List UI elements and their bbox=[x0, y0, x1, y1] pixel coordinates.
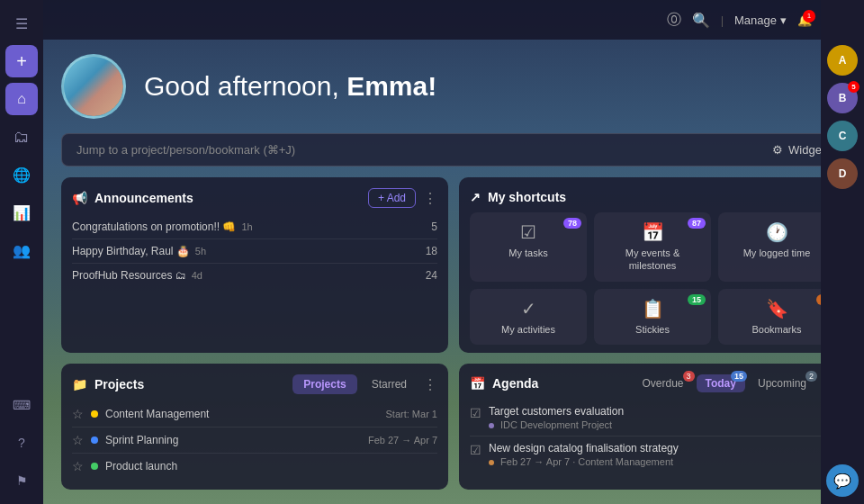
megaphone-icon: 📢 bbox=[72, 191, 87, 205]
tab-upcoming[interactable]: Upcoming 2 bbox=[749, 374, 815, 392]
help-icon[interactable]: ⓪ bbox=[667, 11, 681, 30]
sidebar-menu-icon[interactable]: ☰ bbox=[5, 7, 38, 40]
announcements-more-button[interactable]: ⋮ bbox=[423, 190, 437, 207]
announcements-list: Congratulations on promotion!! 👊 1h 5 Ha… bbox=[72, 215, 437, 287]
sidebar-folder-icon[interactable]: 🗂 bbox=[5, 121, 38, 153]
tab-today[interactable]: Today 15 bbox=[697, 374, 745, 392]
right-avatar-yellow[interactable]: A bbox=[827, 45, 858, 76]
announcement-text-3: ProofHub Resources 🗂 bbox=[72, 269, 186, 282]
dot-3 bbox=[91, 463, 98, 470]
time-label: My logged time bbox=[743, 247, 811, 259]
sidebar-keyboard-icon[interactable]: ⌨ bbox=[5, 389, 38, 421]
events-badge: 87 bbox=[688, 218, 706, 229]
stickies-label: Stickies bbox=[635, 323, 670, 336]
project-row-2[interactable]: ☆ Sprint Planning Feb 27 → Apr 7 bbox=[72, 428, 437, 454]
project-date-1: Start: Mar 1 bbox=[386, 409, 437, 419]
sidebar-chart-icon[interactable]: 📊 bbox=[5, 196, 38, 229]
announcement-time-3: 4d bbox=[192, 270, 202, 281]
sidebar-add-icon[interactable]: + bbox=[5, 45, 38, 77]
dot-2 bbox=[91, 436, 98, 444]
agenda-title: 📅 Agenda bbox=[470, 376, 538, 391]
shortcut-stickies[interactable]: 15 📋 Stickies bbox=[594, 289, 711, 345]
search-bar[interactable]: Jump to a project/person/bookmark (⌘+J) … bbox=[61, 133, 846, 166]
time-icon: 🕐 bbox=[766, 221, 788, 243]
announcement-text-2: Happy Birthday, Raul 🎂 bbox=[72, 245, 190, 257]
dot-1 bbox=[91, 410, 98, 418]
project-name-2: Sprint Planning bbox=[105, 434, 178, 446]
tasks-badge: 78 bbox=[563, 218, 581, 229]
right-avatar-brown[interactable]: D bbox=[827, 158, 858, 189]
search-icon[interactable]: 🔍 bbox=[692, 12, 710, 29]
main-grid: 📢 Announcements + Add ⋮ Congratulations … bbox=[61, 177, 846, 353]
notification-badge: 1 bbox=[803, 10, 815, 22]
shortcut-my-tasks[interactable]: 78 ☑ My tasks bbox=[470, 212, 587, 282]
tab-starred[interactable]: Starred bbox=[361, 374, 418, 394]
sidebar-globe-icon[interactable]: 🌐 bbox=[5, 158, 38, 191]
bottom-grid: 📁 Projects Projects Starred ⋮ ☆ bbox=[61, 364, 846, 490]
projects-more-button[interactable]: ⋮ bbox=[423, 376, 437, 393]
calendar-icon: 📅 bbox=[470, 376, 485, 391]
right-avatars-panel: A B 5 C D 💬 bbox=[821, 0, 864, 504]
upcoming-badge: 2 bbox=[806, 371, 817, 382]
sidebar-flag-icon[interactable]: ⚑ bbox=[5, 464, 38, 497]
overdue-badge: 3 bbox=[683, 371, 695, 382]
agenda-list: ☑ Target customers evaluation IDC Develo… bbox=[470, 400, 835, 472]
search-placeholder: Jump to a project/person/bookmark (⌘+J) bbox=[76, 143, 295, 157]
star-icon-1[interactable]: ☆ bbox=[72, 407, 84, 421]
shortcuts-title: ↗ My shortcuts bbox=[470, 190, 566, 204]
agenda-header: 📅 Agenda Overdue 3 Today 15 bbox=[470, 374, 835, 392]
shortcut-bookmarks[interactable]: 7 🔖 Bookmarks bbox=[718, 289, 835, 345]
projects-title: 📁 Projects bbox=[72, 377, 144, 392]
right-avatar-badge-1: 5 bbox=[848, 81, 860, 93]
projects-list: ☆ Content Management Start: Mar 1 ☆ Spri… bbox=[72, 401, 437, 479]
chat-bubble[interactable]: 💬 bbox=[826, 464, 859, 497]
announcement-item-1[interactable]: Congratulations on promotion!! 👊 1h 5 bbox=[72, 215, 437, 239]
sidebar-help-icon[interactable]: ? bbox=[5, 427, 38, 459]
announcement-count-3: 24 bbox=[426, 269, 437, 282]
right-avatar-purple[interactable]: B 5 bbox=[827, 83, 858, 113]
greeting-text: Good afternoon, Emma! bbox=[144, 71, 436, 102]
star-icon-3[interactable]: ☆ bbox=[72, 459, 84, 473]
events-label: My events & milestones bbox=[601, 247, 704, 273]
projects-header: 📁 Projects Projects Starred ⋮ bbox=[72, 374, 437, 394]
shortcut-logged-time[interactable]: 🕐 My logged time bbox=[718, 212, 835, 282]
announcements-add-button[interactable]: + Add bbox=[368, 188, 416, 208]
agenda-card: 📅 Agenda Overdue 3 Today 15 bbox=[459, 364, 846, 490]
check-icon-1: ☑ bbox=[470, 406, 482, 420]
project-row-3[interactable]: ☆ Product launch bbox=[72, 454, 437, 479]
announcements-card: 📢 Announcements + Add ⋮ Congratulations … bbox=[61, 177, 448, 353]
star-icon-2[interactable]: ☆ bbox=[72, 433, 84, 447]
announcement-item-3[interactable]: ProofHub Resources 🗂 4d 24 bbox=[72, 264, 437, 287]
tasks-icon: ☑ bbox=[520, 221, 536, 243]
notification-icon[interactable]: 🔔 1 bbox=[797, 14, 812, 27]
profile-photo[interactable] bbox=[61, 54, 126, 119]
manage-button[interactable]: Manage ▾ bbox=[734, 14, 787, 27]
project-date-2: Feb 27 → Apr 7 bbox=[368, 435, 437, 446]
greeting-section: Good afternoon, Emma! bbox=[61, 54, 846, 119]
tab-projects[interactable]: Projects bbox=[292, 374, 356, 394]
announcement-time-2: 5h bbox=[195, 246, 206, 256]
agenda-item-sub-1: IDC Development Project bbox=[489, 419, 624, 430]
announcement-count-1: 5 bbox=[431, 220, 437, 233]
agenda-item-2[interactable]: ☑ New design catalog finalisation strate… bbox=[470, 436, 835, 472]
right-avatar-teal[interactable]: C bbox=[827, 121, 858, 151]
project-name-3: Product launch bbox=[105, 460, 177, 472]
sidebar-home-icon[interactable]: ⌂ bbox=[5, 83, 38, 115]
agenda-item-1[interactable]: ☑ Target customers evaluation IDC Develo… bbox=[470, 400, 835, 436]
sidebar-people-icon[interactable]: 👥 bbox=[5, 234, 38, 266]
agenda-item-title-2: New design catalog finalisation strategy bbox=[489, 442, 679, 454]
stickies-badge: 15 bbox=[688, 294, 706, 305]
announcements-header: 📢 Announcements + Add ⋮ bbox=[72, 188, 437, 208]
announcement-item-2[interactable]: Happy Birthday, Raul 🎂 5h 18 bbox=[72, 239, 437, 264]
today-badge: 15 bbox=[731, 371, 747, 382]
check-icon-2: ☑ bbox=[470, 443, 482, 457]
shortcut-activities[interactable]: ✓ My activities bbox=[470, 289, 587, 345]
sidebar: ☰ + ⌂ 🗂 🌐 📊 👥 ⌨ ? ⚑ bbox=[0, 0, 43, 504]
agenda-tabs: Overdue 3 Today 15 Upcoming 2 bbox=[633, 374, 815, 392]
agenda-item-sub-2: Feb 27 → Apr 7 · Content Management bbox=[489, 456, 679, 467]
shortcut-my-events[interactable]: 87 📅 My events & milestones bbox=[594, 212, 711, 282]
tab-overdue[interactable]: Overdue 3 bbox=[633, 374, 692, 392]
projects-tabs: Projects Starred bbox=[292, 374, 418, 394]
project-row-1[interactable]: ☆ Content Management Start: Mar 1 bbox=[72, 401, 437, 428]
projects-card: 📁 Projects Projects Starred ⋮ ☆ bbox=[61, 364, 448, 490]
